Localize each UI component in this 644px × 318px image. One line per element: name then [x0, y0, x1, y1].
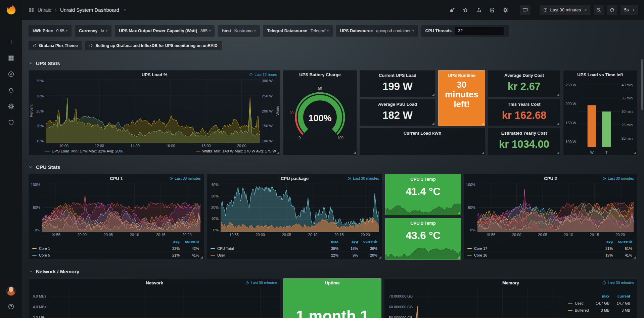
dashboard-link-grafana-plex-theme[interactable]: Grafana Plex Theme: [29, 41, 82, 50]
panel-time-indicator[interactable]: Last 30 minutes: [348, 176, 379, 180]
ups-stat-panels: Current UPS Load 199 W UPS Runtime 30 mi…: [360, 70, 560, 155]
dashboards-icon[interactable]: [29, 7, 34, 13]
panel-title[interactable]: UPS Runtime: [439, 73, 485, 78]
legend-item[interactable]: WattsMin: 148 W Max: 278 W Avg: 175 W: [196, 149, 276, 153]
variable-telegraf-datasource: Telegraf DatasourceTelegraf▾: [263, 25, 333, 37]
cycle-view-mode-button[interactable]: [520, 5, 530, 15]
save-dashboard-button[interactable]: [487, 5, 497, 15]
sidebar-item-dashboards[interactable]: [8, 55, 14, 61]
sidebar-item-configuration[interactable]: [8, 103, 14, 110]
panel-title[interactable]: CPU 1 Temp: [385, 177, 461, 182]
sidebar-bottom: [6, 286, 16, 318]
sidebar-item-explore[interactable]: [8, 71, 14, 78]
panel-title[interactable]: Current UPS Load: [360, 73, 435, 78]
variable-label: CPU Threads: [425, 29, 452, 33]
y-axis-right: 300 W250 W200 W150 W100 W: [260, 79, 275, 143]
legend-column-current[interactable]: current▾: [613, 239, 632, 243]
legend-item[interactable]: Core 1721%51%: [464, 245, 637, 252]
row-header-ups-stats[interactable]: UPS Stats: [29, 58, 637, 68]
legend-column-current[interactable]: current: [609, 294, 630, 298]
legend-column-avg[interactable]: avg: [160, 239, 180, 243]
variable-value-dropdown[interactable]: 865▾: [200, 29, 211, 33]
legend-item[interactable]: Core 122%42%: [29, 245, 204, 252]
sidebar-item-alerting[interactable]: [8, 87, 14, 94]
caret-down-icon[interactable]: ▾: [124, 8, 126, 12]
legend-column-avg[interactable]: avg: [593, 239, 613, 243]
refresh-interval-picker[interactable]: 5s ▾: [620, 5, 638, 15]
legend-item[interactable]: User22%9%20%: [207, 252, 382, 258]
panel-title[interactable]: CPU 2 Temp: [385, 221, 461, 226]
help-icon[interactable]: [8, 303, 14, 310]
grafana-logo[interactable]: [0, 0, 22, 20]
legend-item[interactable]: Used14.7 GB14.7 GB: [565, 300, 635, 307]
panel-time-indicator[interactable]: Last 30 minutes: [602, 176, 634, 180]
panel-title[interactable]: Average PSU Load: [360, 102, 435, 107]
y-axis-left: 35%30%25%20%15%: [34, 79, 46, 143]
variable-value-dropdown[interactable]: Telegraf▾: [311, 29, 329, 33]
variable-label: Telegraf Datasource: [267, 29, 307, 33]
star-dashboard-button[interactable]: [460, 5, 470, 15]
panel-cpu-1: CPU 1 Last 30 minutes 100%50%0% 19:5520:…: [29, 174, 204, 260]
breadcrumb-folder[interactable]: Unraid: [38, 7, 51, 13]
legend-header: avgcurrent▾: [29, 238, 204, 245]
cpu-package-chart[interactable]: [221, 183, 379, 232]
ups-load-chart[interactable]: [46, 79, 260, 143]
legend-column-current[interactable]: current▾: [358, 239, 377, 243]
panel-title[interactable]: UPS Battery Charge: [283, 71, 357, 79]
panel-title[interactable]: UPS Load vs Time left: [563, 71, 637, 79]
network-chart[interactable]: [49, 287, 280, 318]
row-header-cpu-stats[interactable]: CPU Stats: [29, 162, 637, 172]
bars-chart[interactable]: [579, 79, 619, 149]
variable-value-dropdown[interactable]: apcupsd-container▾: [376, 29, 414, 33]
legend-column-max[interactable]: max: [589, 294, 609, 298]
chart-legend: avgcurrent▾Core 122%42%Core 521%41%: [29, 237, 204, 258]
legend-item[interactable]: UPS LoadMin: 17% Max: 32% Avg: 20%: [45, 149, 123, 153]
time-picker-button[interactable]: Last 30 minutes ▾: [540, 5, 590, 15]
cpu1-chart[interactable]: [42, 183, 200, 232]
panel-ups-runtime: UPS Runtime 30 minutes left!: [438, 70, 485, 126]
variable-value-dropdown[interactable]: Nostromo▾: [234, 29, 256, 33]
row-title: UPS Stats: [36, 60, 60, 66]
dashboard-title[interactable]: Unraid System Dashboard: [60, 7, 119, 13]
panel-title[interactable]: Memory: [384, 279, 637, 287]
panel-time-indicator[interactable]: Last 30 minutes: [602, 281, 634, 285]
memory-chart[interactable]: [415, 287, 565, 318]
dashboard-settings-button[interactable]: [501, 5, 511, 15]
row-header-network-memory[interactable]: Network / Memory: [29, 266, 637, 276]
panel-time-indicator[interactable]: Last 30 minutes: [169, 176, 201, 180]
sidebar-item-server-admin[interactable]: [8, 119, 14, 126]
cpu2-chart[interactable]: [477, 183, 634, 232]
variable-value-dropdown[interactable]: 0.65▾: [56, 29, 67, 33]
panel-title[interactable]: Estimated Yearly Cost: [488, 131, 560, 136]
sidebar-item-create[interactable]: [8, 39, 14, 45]
panel-title[interactable]: Network: [29, 279, 280, 287]
external-link-icon: [33, 44, 37, 48]
legend-column-avg[interactable]: avg: [338, 239, 358, 243]
row-title: Network / Memory: [36, 269, 79, 274]
share-dashboard-button[interactable]: [474, 5, 484, 15]
legend-column-current[interactable]: current▾: [180, 239, 199, 243]
variable-ups-datasource: UPS Datasourceapcupsd-container▾: [336, 25, 418, 37]
add-panel-button[interactable]: [447, 5, 457, 15]
caret-down-icon: ▾: [254, 29, 256, 33]
panel-title[interactable]: Uptime: [283, 279, 381, 287]
legend-item[interactable]: Core 1619%41%: [464, 252, 637, 258]
legend-item[interactable]: Buffered3 MB3 MB: [565, 307, 635, 314]
panel-title[interactable]: UPS Load %: [29, 71, 280, 79]
panel-title[interactable]: Average Daily Cost: [488, 73, 560, 78]
dashboard-link-setting-up-grafana-and-influxdb-for-ups-monitoring-on-unraid[interactable]: Setting up Grafana and InfluxDB for UPS …: [85, 41, 221, 50]
variable-value-dropdown[interactable]: kr▾: [101, 29, 107, 33]
legend-column-max[interactable]: max: [319, 239, 338, 243]
panel-time-indicator[interactable]: Last 12 hours: [249, 73, 277, 77]
variable-input[interactable]: [455, 27, 505, 35]
zoom-out-button[interactable]: [594, 5, 604, 15]
legend-item[interactable]: Core 521%41%: [29, 252, 204, 258]
refresh-button[interactable]: [607, 5, 617, 15]
panel-time-indicator[interactable]: Last 30 minutes: [245, 281, 277, 285]
scrollbar-thumb[interactable]: [641, 59, 643, 110]
panel-title[interactable]: This Years Cost: [488, 102, 560, 107]
panel-average-psu-load: Average PSU Load 182 W: [360, 99, 435, 126]
user-avatar[interactable]: [6, 286, 16, 296]
panel-title[interactable]: Current Load kWh: [360, 131, 485, 136]
legend-item[interactable]: CPU Total38%18%36%: [207, 245, 382, 252]
